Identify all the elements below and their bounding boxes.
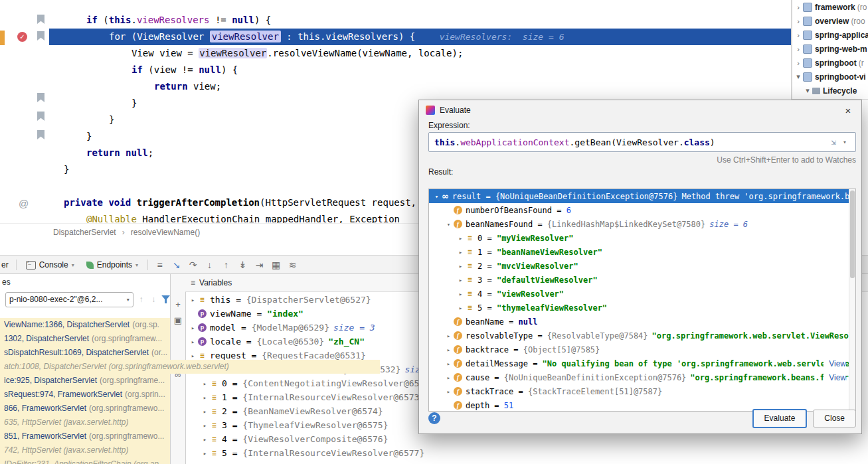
frame-row[interactable]: 1302, DispatcherServlet(org.springframew…	[0, 332, 170, 346]
project-tree-item[interactable]: ▾Lifecycle	[792, 84, 868, 98]
help-icon[interactable]: ?	[428, 412, 440, 424]
chevron-icon[interactable]: ›	[794, 3, 803, 11]
copy-value-icon[interactable]: ▣	[171, 315, 185, 325]
frame-row[interactable]: 866, FrameworkServlet(org.springframewo.…	[0, 402, 170, 416]
value-row[interactable]: ▸≡5 = {InternalResourceViewResolver@6577…	[185, 446, 868, 460]
evaluate-dialog-titlebar[interactable]: Evaluate ×	[419, 100, 861, 120]
value-row[interactable]: ▸fstackTrace = {StackTraceElement[51]@75…	[429, 384, 855, 398]
result-tree[interactable]: ▾∞result = {NoUniqueBeanDefinitionExcept…	[428, 189, 856, 412]
chevron-icon[interactable]: ▸	[444, 388, 454, 395]
add-watch-icon[interactable]: +	[171, 299, 185, 309]
run-to-cursor-icon[interactable]: ⇥	[251, 258, 268, 271]
previous-frame-icon[interactable]: ↑	[137, 295, 146, 304]
chevron-icon[interactable]: ▸	[456, 291, 466, 297]
value-row[interactable]: ▾fbeanNamesFound = {LinkedHashMap$Linked…	[429, 217, 855, 231]
step-out-icon[interactable]: ↑	[218, 258, 234, 271]
thread-dropdown[interactable]: p-nio-8080-exec-2"@6,2... ▾	[5, 292, 133, 307]
chevron-icon[interactable]: ▸	[444, 347, 454, 353]
step-over-icon[interactable]: ↷	[185, 258, 201, 271]
value-row[interactable]: ▸fdetailMessage = "No qualifying bean of…	[429, 356, 855, 370]
value-row[interactable]: ▸fresolvableType = {ResolvableType@7584}…	[429, 329, 855, 343]
value-row[interactable]: ▸≡1 = "beanNameViewResolver"	[429, 245, 855, 259]
frame-row[interactable]: 742, HttpServlet (javax.servlet.http)	[0, 443, 170, 457]
next-frame-icon[interactable]: ↓	[149, 295, 158, 304]
project-tree-item[interactable]: ›framework(ro	[792, 0, 868, 14]
show-execution-point-icon[interactable]: ↘	[168, 258, 185, 271]
frame-row[interactable]: ViewName:1366, DispatcherServlet(org.sp.	[0, 318, 170, 332]
chevron-icon[interactable]: ▸	[200, 450, 210, 457]
value-row[interactable]: ▸≡0 = "myViewResolver"	[429, 231, 855, 245]
frame-row[interactable]: IDoFilter:231, ApplicationFilterChain (o…	[0, 457, 170, 464]
frame-row-expanded[interactable]: atch:1008, DispatcherServlet (org.spring…	[0, 360, 380, 374]
code-line[interactable]: if (this.viewResolvers != null) {	[0, 12, 791, 29]
scrollbar[interactable]	[849, 189, 855, 411]
project-tree-item[interactable]: ›overview(roo	[792, 14, 868, 28]
value-row[interactable]: ▾∞result = {NoUniqueBeanDefinitionExcept…	[429, 189, 855, 203]
view-link[interactable]: View	[824, 373, 846, 382]
code-line[interactable]: if (view != null) {	[0, 62, 791, 78]
tab-console[interactable]: Console ▾	[20, 256, 80, 274]
chevron-icon[interactable]: ▾	[432, 193, 442, 200]
tab-endpoints[interactable]: Endpoints ▾	[80, 256, 144, 274]
layout-settings-icon[interactable]: ≡	[151, 258, 168, 271]
close-icon[interactable]: ×	[841, 105, 855, 116]
code-line[interactable]: View view = viewResolver.resolveViewName…	[0, 45, 791, 62]
chevron-icon[interactable]: ▸	[456, 277, 466, 283]
chevron-icon[interactable]: ▾	[444, 221, 454, 228]
chevron-icon[interactable]: ›	[794, 45, 803, 53]
view-link[interactable]: View	[824, 359, 846, 368]
value-row[interactable]: ▸≡3 = "defaultViewResolver"	[429, 273, 855, 287]
chevron-icon[interactable]: ▸	[200, 436, 210, 443]
mute-breakpoints-icon[interactable]: ≋	[284, 258, 301, 271]
chevron-icon[interactable]: ▸	[188, 325, 198, 331]
chevron-icon[interactable]: ▸	[188, 339, 198, 345]
chevron-icon[interactable]: ▸	[456, 305, 466, 311]
view-breakpoints-icon[interactable]: ▦	[268, 258, 284, 271]
expression-input[interactable]: this.webApplicationContext.getBean(ViewR…	[428, 132, 856, 152]
chevron-icon[interactable]: ▾	[794, 72, 803, 81]
project-tree-item[interactable]: ›spring-web-m	[792, 42, 868, 56]
chevron-icon[interactable]: ▸	[444, 360, 454, 367]
project-tree-panel[interactable]: ›framework(ro›overview(roo›spring-applic…	[792, 0, 868, 100]
code-line[interactable]: for (ViewResolver viewResolver : this.vi…	[0, 29, 791, 45]
chevron-icon[interactable]: ▸	[200, 394, 210, 401]
frame-row[interactable]: ice:925, DispatcherServlet(org.springfra…	[0, 374, 170, 388]
frame-row[interactable]: 851, FrameworkServlet(org.springframewo.…	[0, 429, 170, 443]
chevron-icon[interactable]: ›	[794, 17, 803, 25]
hide-library-frames-filter-icon[interactable]	[161, 295, 170, 303]
value-row[interactable]: ▸≡2 = "mvcViewResolver"	[429, 259, 855, 273]
chevron-down-icon[interactable]: ▾	[839, 139, 850, 145]
chevron-icon[interactable]: ▸	[456, 249, 466, 256]
value-row[interactable]: ▸fcause = {NoUniqueBeanDefinitionExcepti…	[429, 370, 855, 384]
chevron-icon[interactable]: ›	[794, 31, 803, 39]
chevron-icon[interactable]: ▸	[456, 263, 466, 270]
chevron-icon[interactable]: ▸	[200, 380, 210, 387]
chevron-icon[interactable]: ▸	[444, 333, 454, 339]
breadcrumb-method[interactable]: resolveViewName()	[131, 228, 200, 237]
value-row[interactable]: fnumberOfBeansFound = 6	[429, 203, 855, 217]
chevron-icon[interactable]: ▸	[200, 422, 210, 429]
value-row[interactable]: ▸≡5 = "thymeleafViewResolver"	[429, 301, 855, 315]
value-row[interactable]: fbeanName = null	[429, 315, 855, 329]
breadcrumb-class[interactable]: DispatcherServlet	[53, 228, 116, 237]
frame-row[interactable]: 635, HttpServlet (javax.servlet.http)	[0, 416, 170, 429]
close-button[interactable]: Close	[813, 410, 856, 427]
chevron-icon[interactable]: ▸	[444, 374, 454, 381]
project-tree-item[interactable]: ▾springboot-vi	[792, 70, 868, 84]
drop-frame-icon[interactable]: ↡	[234, 258, 251, 271]
step-into-icon[interactable]: ↓	[201, 258, 218, 271]
value-row[interactable]: ▸≡4 = "viewResolver"	[429, 287, 855, 301]
code-line[interactable]: return view;	[0, 78, 791, 95]
chevron-icon[interactable]: ▸	[188, 297, 198, 303]
scrollbar-thumb[interactable]	[850, 191, 855, 278]
chevron-icon[interactable]: ▸	[456, 235, 466, 242]
evaluate-button[interactable]: Evaluate	[752, 409, 808, 428]
tab-debugger-cut[interactable]: er	[0, 260, 13, 270]
expand-editor-icon[interactable]: ⇲	[827, 137, 839, 147]
frame-row[interactable]: sRequest:974, FrameworkServlet(org.sprin…	[0, 388, 170, 402]
chevron-icon[interactable]: ▸	[188, 352, 198, 359]
panel-layout-icon[interactable]: ≡	[191, 278, 195, 287]
project-tree-item[interactable]: ›spring-applica	[792, 28, 868, 42]
chevron-icon[interactable]: ›	[794, 59, 803, 67]
value-row[interactable]: ▸≡4 = {ViewResolverComposite@6576}	[185, 432, 868, 446]
